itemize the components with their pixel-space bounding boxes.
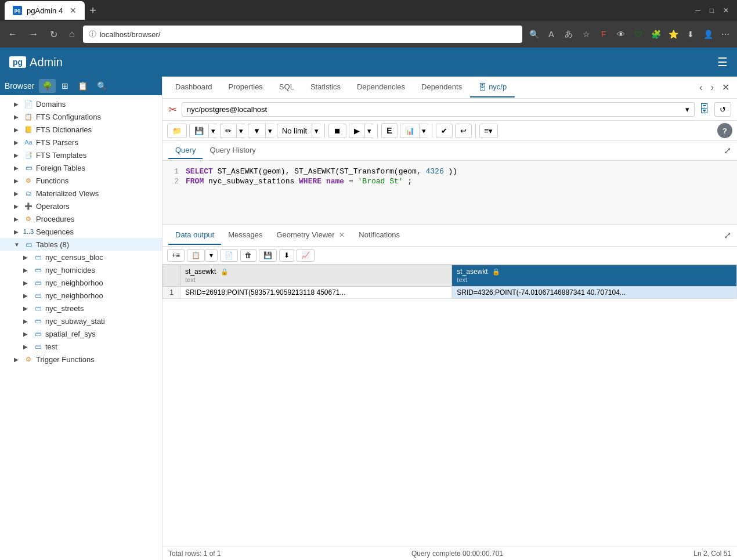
tree-toggle-nyc-subway[interactable]: ▶	[23, 318, 32, 324]
sidebar-item-foreign-tables[interactable]: ▶ 🗃 Foreign Tables	[0, 161, 162, 174]
tab-query-history[interactable]: Query History	[203, 142, 262, 159]
tree-toggle-operators[interactable]: ▶	[14, 203, 23, 209]
sidebar-item-nyc-neighborhoods1[interactable]: ▶ 🗃 nyc_neighborhoo	[0, 276, 162, 289]
results-tab-notifications[interactable]: Notifications	[352, 226, 407, 245]
tree-toggle-fts-parsers[interactable]: ▶	[14, 139, 23, 146]
tab-dashboard[interactable]: Dashboard	[167, 78, 221, 97]
tree-toggle-nyc-census[interactable]: ▶	[23, 254, 32, 261]
extensions-icon[interactable]: 🧩	[649, 27, 663, 41]
tree-toggle-nyc-streets[interactable]: ▶	[23, 305, 32, 312]
sidebar-item-nyc-streets[interactable]: ▶ 🗃 nyc_streets	[0, 302, 162, 315]
results-tab-messages[interactable]: Messages	[221, 226, 269, 245]
sidebar-item-fts-templates[interactable]: ▶ 📑 FTS Templates	[0, 149, 162, 161]
minimize-button[interactable]: ─	[692, 4, 704, 17]
search-icon[interactable]: 🔍	[527, 27, 541, 41]
sidebar-item-spatial-ref[interactable]: ▶ 🗃 spatial_ref_sys	[0, 327, 162, 340]
sidebar-item-tables[interactable]: ▼ 🗃 Tables (8)	[0, 238, 162, 251]
tree-toggle-nyc-neighborhoods2[interactable]: ▶	[23, 292, 32, 299]
tree-toggle-nyc-neighborhoods1[interactable]: ▶	[23, 280, 32, 286]
sidebar-table-btn[interactable]: ⊞	[58, 79, 72, 93]
tree-toggle-foreign-tables[interactable]: ▶	[14, 165, 23, 171]
extension1-icon[interactable]: 👁	[614, 27, 628, 41]
sidebar-item-test[interactable]: ▶ 🗃 test	[0, 340, 162, 353]
sidebar-item-nyc-neighborhoods2[interactable]: ▶ 🗃 nyc_neighborhoo	[0, 289, 162, 302]
tab-nyc[interactable]: 🗄 nyc/p	[470, 78, 515, 97]
sidebar-item-trigger-functions[interactable]: ▶ ⚙ Trigger Functions	[0, 353, 162, 366]
save-data-button[interactable]: 💾	[259, 249, 277, 262]
sidebar-search-btn[interactable]: 🔍	[93, 79, 110, 93]
tree-toggle-functions[interactable]: ▶	[14, 178, 23, 184]
results-tab-geometry-viewer[interactable]: Geometry Viewer ✕	[269, 226, 352, 245]
expand-editor-button[interactable]: ⤢	[724, 145, 731, 156]
commit-button[interactable]: ✔	[436, 124, 453, 138]
tab-query[interactable]: Query	[168, 142, 203, 159]
home-button[interactable]: ⌂	[66, 27, 78, 42]
tab-dependencies[interactable]: Dependencies	[349, 78, 413, 97]
close-window-button[interactable]: ✕	[720, 4, 732, 17]
extension2-icon[interactable]: 🛡	[631, 27, 645, 41]
hamburger-menu[interactable]: ☰	[717, 55, 728, 69]
browser-tab[interactable]: pg pgAdmin 4 ✕	[5, 1, 85, 20]
open-file-button[interactable]: 📁	[167, 124, 187, 138]
sidebar-item-domains[interactable]: ▶ 📄 Domains	[0, 97, 162, 110]
paste-results-button[interactable]: 📄	[220, 249, 238, 262]
tree-toggle-domains[interactable]: ▶	[14, 101, 23, 107]
connection-selector[interactable]: nyc/postgres@localhost ▾	[182, 102, 695, 117]
sidebar-item-materialized-views[interactable]: ▶ 🗂 Materialized Views	[0, 187, 162, 200]
sidebar-properties-btn[interactable]: 📋	[74, 79, 91, 93]
tab-properties[interactable]: Properties	[221, 78, 271, 97]
delete-rows-button[interactable]: 🗑	[240, 249, 256, 262]
help-button[interactable]: ?	[717, 123, 732, 138]
back-button[interactable]: ←	[5, 27, 21, 42]
copy-results-caret[interactable]: ▾	[205, 249, 218, 262]
download-csv-button[interactable]: ⬇	[279, 249, 294, 262]
tab-sql[interactable]: SQL	[271, 78, 302, 97]
copy-results-button[interactable]: 📋	[187, 249, 205, 262]
reload-button[interactable]: ↻	[46, 27, 61, 42]
tab-next-button[interactable]: ›	[708, 81, 717, 94]
tab-statistics[interactable]: Statistics	[302, 78, 349, 97]
tree-toggle-tables[interactable]: ▼	[14, 241, 23, 248]
chart-button[interactable]: 📈	[297, 249, 315, 262]
maximize-button[interactable]: □	[706, 4, 717, 17]
sidebar-item-fts-dictionaries[interactable]: ▶ 📒 FTS Dictionaries	[0, 123, 162, 136]
download-icon[interactable]: ⬇	[684, 27, 698, 41]
run-caret-button[interactable]: ▾	[364, 124, 374, 138]
tree-toggle-fts-templates[interactable]: ▶	[14, 152, 23, 158]
filter-button[interactable]: ▼	[248, 124, 265, 138]
sidebar-item-nyc-census[interactable]: ▶ 🗃 nyc_census_bloc	[0, 251, 162, 263]
tree-toggle-procedures[interactable]: ▶	[14, 216, 23, 222]
tree-toggle-spatial-ref[interactable]: ▶	[23, 331, 32, 337]
explain-button[interactable]: E	[381, 123, 397, 138]
tree-toggle-sequences[interactable]: ▶	[14, 229, 23, 235]
edit-caret-button[interactable]: ▾	[236, 124, 245, 138]
macros-button[interactable]: ≡▾	[479, 124, 498, 138]
more-icon[interactable]: ⋯	[718, 27, 732, 41]
tab-close-active-button[interactable]: ✕	[719, 81, 732, 94]
col-header-st-asewkt1[interactable]: st_asewkt 🔒 text	[180, 265, 452, 287]
sidebar-item-procedures[interactable]: ▶ ⚙ Procedures	[0, 212, 162, 225]
sidebar-item-operators[interactable]: ▶ ➕ Operators	[0, 200, 162, 212]
limit-caret-button[interactable]: ▾	[312, 124, 321, 138]
rollback-button[interactable]: ↩	[455, 124, 472, 138]
limit-button[interactable]: No limit	[277, 124, 312, 138]
geometry-viewer-close-button[interactable]: ✕	[339, 231, 345, 239]
sidebar-tree-btn[interactable]: 🌳	[39, 79, 56, 93]
forward-button[interactable]: →	[26, 27, 42, 42]
tree-toggle-nyc-homicides[interactable]: ▶	[23, 267, 32, 273]
tree-toggle-trigger-fns[interactable]: ▶	[14, 356, 23, 363]
sql-editor[interactable]: 1 SELECT ST_AsEWKT(geom), ST_AsEWKT(ST_T…	[162, 161, 737, 225]
edit-button[interactable]: ✏	[220, 124, 236, 138]
stop-button[interactable]: ⏹	[328, 124, 346, 138]
cell-st-asewkt1[interactable]: SRID=26918;POINT(583571.9059213118 45067…	[180, 287, 452, 299]
expand-results-button[interactable]: ⤢	[724, 230, 731, 241]
feedly-icon[interactable]: F	[597, 27, 610, 41]
explain-analyze-caret-button[interactable]: ▾	[419, 124, 428, 138]
profile-icon[interactable]: 👤	[701, 27, 715, 41]
address-input[interactable]: ⓘ localhost/browser/	[83, 26, 522, 43]
read-aloud-icon[interactable]: A	[544, 27, 558, 41]
sidebar-item-nyc-homicides[interactable]: ▶ 🗃 nyc_homicides	[0, 263, 162, 276]
new-tab-button[interactable]: +	[89, 4, 96, 17]
translate-icon[interactable]: あ	[562, 27, 576, 41]
sidebar-item-sequences[interactable]: ▶ 1..3 Sequences	[0, 225, 162, 238]
